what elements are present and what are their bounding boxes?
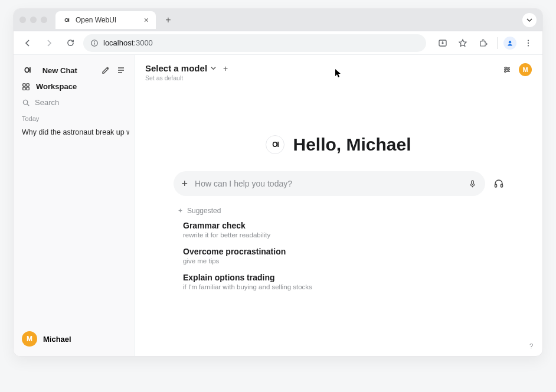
sidebar-user[interactable]: M Michael: [18, 328, 129, 350]
help-button[interactable]: ?: [526, 341, 537, 351]
hero: OI Hello, Michael: [135, 135, 542, 155]
sparkle-icon: [177, 208, 184, 214]
suggested-subtitle: give me tips: [183, 257, 484, 264]
svg-rect-11: [27, 87, 29, 89]
prompt-input[interactable]: [195, 179, 460, 188]
sliders-icon: [502, 65, 512, 74]
install-app-button[interactable]: [434, 35, 451, 51]
svg-rect-17: [495, 184, 496, 187]
browser-profile-button[interactable]: [503, 37, 516, 50]
svg-point-4: [509, 41, 511, 43]
svg-rect-2: [94, 41, 94, 41]
reload-icon: [66, 38, 75, 47]
prompt-bar[interactable]: +: [174, 171, 485, 196]
toolbar-divider: [497, 37, 498, 49]
svg-rect-18: [501, 184, 502, 187]
collapse-sidebar-icon[interactable]: [116, 66, 126, 75]
svg-rect-8: [23, 83, 25, 86]
workspace-label: Workspace: [36, 82, 77, 91]
chevron-down-icon: [211, 66, 216, 71]
cursor-icon: [335, 68, 342, 78]
svg-rect-9: [27, 83, 29, 86]
traffic-zoom-icon[interactable]: [41, 17, 47, 23]
search-placeholder: Search: [35, 98, 59, 107]
user-name: Michael: [43, 335, 71, 344]
svg-point-13: [505, 67, 507, 69]
suggested-title: Grammar check: [183, 221, 484, 230]
tab-title: Open WebUI: [76, 16, 116, 24]
suggested-item[interactable]: Grammar check rewrite it for better read…: [177, 221, 484, 239]
header-avatar[interactable]: M: [519, 63, 532, 76]
traffic-minimize-icon[interactable]: [30, 17, 37, 23]
suggested-title: Explain options trading: [183, 273, 484, 282]
bookmark-button[interactable]: [454, 35, 471, 51]
suggested-item[interactable]: Explain options trading if I'm familiar …: [177, 273, 484, 290]
tab-strip: OI Open WebUI × +: [14, 9, 542, 31]
svg-point-12: [23, 100, 27, 104]
prompt-row: +: [174, 171, 504, 196]
search-icon: [22, 99, 30, 107]
mic-button[interactable]: [468, 179, 477, 188]
suggested-subtitle: if I'm familiar with buying and selling …: [183, 283, 484, 290]
hero-greeting: Hello, Michael: [293, 135, 411, 155]
suggested-item[interactable]: Overcome procrastination give me tips: [177, 247, 484, 264]
traffic-close-icon[interactable]: [19, 17, 26, 23]
site-info-icon[interactable]: [90, 39, 99, 47]
logo-oi-icon: OI: [24, 66, 31, 74]
address-bar[interactable]: localhost:3000: [83, 34, 426, 52]
browser-window: OI Open WebUI × + localhost:3000: [13, 8, 543, 357]
headphones-icon: [493, 178, 504, 189]
settings-button[interactable]: [502, 65, 512, 74]
sidebar-search[interactable]: Search: [18, 94, 129, 110]
sidebar-new-chat[interactable]: OI New Chat: [18, 62, 129, 79]
url-text: localhost:3000: [103, 38, 153, 47]
browser-menu-button[interactable]: [520, 35, 537, 51]
avatar: M: [22, 331, 37, 347]
person-icon: [506, 39, 514, 47]
star-icon: [458, 38, 467, 48]
svg-rect-16: [471, 180, 473, 184]
svg-point-14: [508, 69, 509, 71]
suggested-title: Overcome procrastination: [183, 247, 484, 256]
tabs-overflow-button[interactable]: [522, 13, 537, 27]
attach-button[interactable]: +: [182, 178, 188, 190]
close-tab-icon[interactable]: ×: [144, 15, 149, 25]
suggested-label: Suggested: [177, 207, 484, 215]
window-controls[interactable]: [19, 17, 47, 23]
model-selector[interactable]: Select a model +: [145, 63, 228, 73]
extensions-button[interactable]: [475, 35, 491, 51]
compose-icon[interactable]: [101, 66, 110, 75]
browser-tab[interactable]: OI Open WebUI ×: [55, 11, 156, 29]
forward-button[interactable]: [41, 35, 57, 51]
reload-button[interactable]: [62, 35, 79, 51]
history-item[interactable]: Why did the astronaut break up wi: [18, 125, 129, 140]
history-section-label: Today: [18, 110, 129, 125]
voice-mode-button[interactable]: [493, 178, 504, 189]
puzzle-icon: [478, 38, 488, 48]
svg-point-7: [528, 45, 529, 46]
favicon-oi-icon: OI: [63, 16, 71, 24]
svg-rect-1: [94, 43, 94, 45]
svg-point-15: [505, 71, 506, 73]
grid-icon: [22, 83, 30, 91]
browser-toolbar: localhost:3000: [14, 31, 542, 55]
suggested-section: Suggested Grammar check rewrite it for b…: [177, 207, 484, 299]
back-button[interactable]: [19, 35, 36, 51]
main-header: Select a model + Set as default M: [135, 55, 542, 81]
main: Select a model + Set as default M: [135, 55, 542, 356]
arrow-left-icon: [23, 38, 32, 48]
arrow-right-icon: [44, 38, 54, 48]
install-icon: [438, 38, 447, 48]
mic-icon: [468, 179, 477, 188]
set-default-link[interactable]: Set as default: [145, 74, 228, 81]
kebab-icon: [524, 39, 532, 47]
sidebar-workspace[interactable]: Workspace: [18, 79, 129, 94]
app: OI New Chat Workspace: [14, 55, 542, 356]
new-tab-button[interactable]: +: [162, 14, 175, 27]
model-selector-label: Select a model: [145, 63, 207, 73]
hero-logo-icon: OI: [266, 135, 284, 154]
svg-rect-10: [23, 87, 25, 89]
chevron-down-icon: [526, 17, 532, 23]
add-model-button[interactable]: +: [223, 64, 228, 73]
sidebar: OI New Chat Workspace: [14, 55, 135, 356]
